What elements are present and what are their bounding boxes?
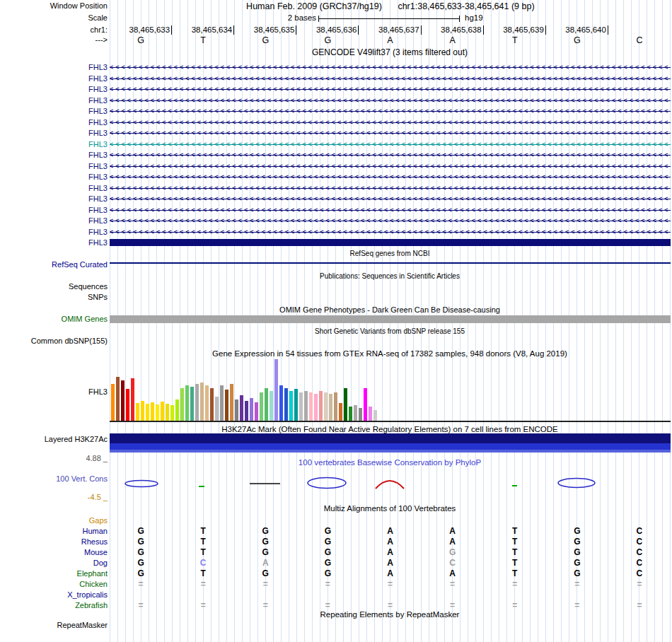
expression-bar[interactable] (121, 380, 124, 421)
species-label[interactable]: Gaps (89, 516, 108, 525)
gene-label[interactable]: FHL3 (88, 238, 108, 247)
expression-bar[interactable] (235, 399, 238, 421)
gene-label[interactable]: FHL3 (88, 216, 108, 226)
expression-bar[interactable] (116, 377, 120, 421)
expression-bar[interactable] (304, 391, 308, 421)
transcript-arrow-line[interactable]: <<<<<<<<<<<<<<<<<<<<<<<<<<<<<<<<<<<<<<<<… (110, 74, 671, 84)
refseq-gene-line[interactable] (110, 262, 671, 264)
gene-label[interactable]: FHL3 (88, 129, 108, 138)
gene-label[interactable]: FHL3 (88, 118, 108, 127)
transcript-arrow-line[interactable]: <<<<<<<<<<<<<<<<<<<<<<<<<<<<<<<<<<<<<<<<… (110, 84, 671, 95)
h3k27ac-layer-dark[interactable] (110, 433, 671, 443)
transcript-arrow-line[interactable]: <<<<<<<<<<<<<<<<<<<<<<<<<<<<<<<<<<<<<<<<… (110, 95, 671, 106)
gene-label[interactable]: FHL3 (88, 85, 108, 94)
expression-bar[interactable] (329, 394, 332, 421)
expression-bar[interactable] (146, 404, 149, 421)
gene-exon-bar[interactable] (110, 239, 671, 246)
transcript-arrow-line[interactable]: <<<<<<<<<<<<<<<<<<<<<<<<<<<<<<<<<<<<<<<<… (110, 150, 671, 160)
expression-bar[interactable] (369, 407, 372, 421)
expression-bar[interactable] (319, 391, 323, 421)
species-label[interactable]: Zebrafish (75, 601, 108, 610)
expression-bar[interactable] (205, 385, 209, 421)
gtex-gene-label[interactable]: FHL3 (88, 387, 108, 397)
sequences-label[interactable]: Sequences (69, 282, 108, 291)
expression-bar[interactable] (279, 385, 283, 421)
expression-bar[interactable] (270, 391, 273, 421)
species-label[interactable]: Mouse (84, 548, 108, 557)
h3k27ac-layer-blue[interactable] (110, 443, 671, 450)
expression-bar[interactable] (364, 388, 367, 421)
expression-bar[interactable] (359, 408, 362, 421)
expression-bar[interactable] (210, 388, 214, 421)
phylop-conservation-glyphs[interactable] (110, 472, 671, 495)
expression-bar[interactable] (161, 402, 164, 421)
gene-label[interactable]: FHL3 (88, 228, 108, 237)
expression-bar[interactable] (200, 383, 204, 421)
transcript-arrow-line[interactable]: <<<<<<<<<<<<<<<<<<<<<<<<<<<<<<<<<<<<<<<<… (110, 62, 671, 73)
layered-h3k27ac-label[interactable]: Layered H3K27Ac (45, 435, 108, 444)
repeatmasker-label[interactable]: RepeatMasker (57, 621, 108, 630)
expression-bar[interactable] (215, 397, 219, 421)
species-label[interactable]: Rhesus (81, 537, 108, 547)
expression-bar[interactable] (185, 385, 189, 421)
common-dbsnp-label[interactable]: Common dbSNP(155) (31, 337, 108, 346)
gene-label[interactable]: FHL3 (88, 74, 108, 83)
gene-label[interactable]: FHL3 (88, 151, 108, 160)
expression-bar[interactable] (195, 384, 199, 421)
transcript-arrow-line[interactable]: <<<<<<<<<<<<<<<<<<<<<<<<<<<<<<<<<<<<<<<<… (110, 161, 671, 172)
expression-bar[interactable] (166, 404, 169, 421)
expression-bar[interactable] (175, 399, 179, 421)
gene-label[interactable]: FHL3 (88, 96, 108, 105)
expression-bar[interactable] (299, 392, 303, 421)
expression-bar[interactable] (314, 394, 318, 421)
expression-bar[interactable] (151, 402, 154, 421)
expression-bar[interactable] (225, 390, 228, 421)
expression-bar[interactable] (255, 402, 258, 421)
transcript-arrow-line[interactable]: <<<<<<<<<<<<<<<<<<<<<<<<<<<<<<<<<<<<<<<<… (110, 172, 671, 182)
transcript-arrow-line[interactable]: <<<<<<<<<<<<<<<<<<<<<<<<<<<<<<<<<<<<<<<<… (110, 194, 671, 204)
species-label[interactable]: Dog (93, 559, 108, 568)
expression-bar[interactable] (180, 388, 184, 421)
omim-genes-label[interactable]: OMIM Genes (62, 315, 108, 324)
gene-label[interactable]: FHL3 (88, 63, 108, 72)
expression-bar[interactable] (373, 410, 377, 421)
transcript-arrow-line[interactable]: <<<<<<<<<<<<<<<<<<<<<<<<<<<<<<<<<<<<<<<<… (110, 117, 671, 128)
expression-bar[interactable] (131, 378, 134, 421)
expression-bar[interactable] (141, 401, 144, 421)
expression-bar[interactable] (265, 388, 268, 421)
expression-bar[interactable] (111, 384, 115, 421)
species-label[interactable]: Human (83, 527, 108, 536)
expression-bar[interactable] (334, 392, 337, 421)
gene-label[interactable]: FHL3 (88, 206, 108, 215)
expression-bar[interactable] (309, 392, 313, 421)
expression-bar[interactable] (170, 405, 174, 421)
h3k27ac-layer-light[interactable] (110, 450, 671, 453)
gene-label[interactable]: FHL3 (88, 107, 108, 116)
expression-bar[interactable] (339, 403, 342, 421)
refseq-curated-label[interactable]: RefSeq Curated (52, 260, 108, 269)
omim-gene-bar[interactable] (110, 315, 671, 323)
expression-bar[interactable] (250, 398, 253, 421)
expression-bar[interactable] (190, 387, 194, 421)
expression-bar[interactable] (220, 385, 224, 421)
expression-bar[interactable] (344, 388, 347, 421)
species-label[interactable]: Chicken (79, 580, 108, 589)
gene-label[interactable]: FHL3 (88, 184, 108, 193)
expression-bar[interactable] (245, 401, 248, 421)
species-label[interactable]: X_tropicalis (67, 590, 108, 600)
gene-label[interactable]: FHL3 (88, 140, 108, 149)
gene-label[interactable]: FHL3 (88, 173, 108, 182)
expression-bar[interactable] (294, 389, 298, 421)
expression-bar[interactable] (284, 388, 288, 421)
expression-bar[interactable] (240, 395, 243, 421)
species-label[interactable]: Elephant (77, 569, 108, 578)
gene-label[interactable]: FHL3 (88, 162, 108, 171)
expression-bar[interactable] (354, 405, 357, 421)
expression-bar[interactable] (324, 392, 328, 421)
expression-bar[interactable] (260, 392, 263, 421)
transcript-arrow-line[interactable]: <<<<<<<<<<<<<<<<<<<<<<<<<<<<<<<<<<<<<<<<… (110, 128, 671, 139)
expression-bar[interactable] (230, 384, 233, 421)
expression-bar[interactable] (126, 389, 129, 421)
snps-label[interactable]: SNPs (88, 293, 108, 302)
expression-bar[interactable] (349, 407, 352, 421)
